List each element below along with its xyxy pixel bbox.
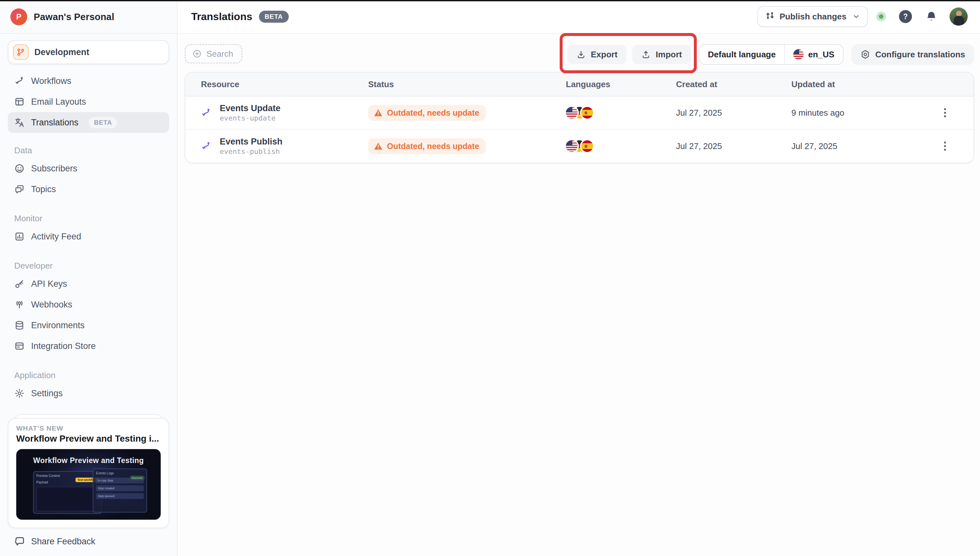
sidebar-item-label: Translations [31,118,78,128]
column-header-resource: Resource [201,79,368,89]
hexagon-gear-icon [860,50,870,59]
window-top-edge [0,0,980,1]
preview-right-panel: Events Logs Success In-App Step Step cre… [93,469,147,512]
sidebar-item-label: Environments [31,320,84,330]
updated-at-value: 9 minutes ago [791,108,937,118]
git-branch-icon [13,44,29,60]
sidebar-item-subscribers[interactable]: Subscribers [8,158,169,179]
table-row[interactable]: Events Update events-update Outdated, ne… [185,97,974,129]
workspace-switcher[interactable]: P Pawan's Personal [0,0,177,34]
whats-new-title: Workflow Preview and Testing i... [16,433,161,444]
sidebar-item-label: Settings [31,388,63,399]
column-header-languages: Languages [566,79,676,89]
workflow-icon [201,141,211,151]
sidebar-item-label: Webhooks [31,300,72,310]
warning-triangle-icon [374,142,382,150]
sidebar-item-label: Topics [31,184,56,194]
environment-selector[interactable]: Development [8,40,169,64]
share-feedback-button[interactable]: Share Feedback [0,528,177,556]
sidebar-item-label: Email Layouts [31,97,86,107]
beta-badge: BETA [89,117,117,128]
database-icon [14,320,24,330]
configure-translations-label: Configure translations [875,50,965,60]
table-row[interactable]: Events Publish events-publish Outdated, … [185,129,974,163]
help-icon[interactable]: ? [899,10,912,23]
whats-new-eyebrow: WHAT'S NEW [16,425,161,432]
user-avatar[interactable] [949,8,968,26]
language-value: en_US [808,50,834,60]
chevron-down-icon [852,13,860,20]
environment-status-dot [876,12,886,21]
whats-new-deck: WHAT'S NEW Workflow Preview and Testing … [8,418,169,528]
resource-name: Events Update [220,103,281,114]
toolbar: Search Export [178,34,980,65]
sidebar-item-label: Activity Feed [31,232,81,242]
default-language-group: Default language en_US [699,44,843,65]
language-select[interactable]: en_US [785,45,843,64]
sidebar-item-webhooks[interactable]: Webhooks [8,294,169,315]
workflow-icon [14,76,24,86]
workflow-icon [201,108,211,118]
resource-slug: events-update [220,114,281,123]
section-title-data: Data [14,144,163,157]
languages-flag-stack [566,140,676,152]
column-header-created-at: Created at [676,79,791,89]
section-title-monitor: Monitor [14,212,163,225]
activity-chart-icon [14,231,24,242]
search-label: Search [207,49,233,59]
sidebar-item-translations[interactable]: Translations BETA [8,112,169,133]
sidebar-item-topics[interactable]: Topics [8,179,169,200]
sidebar-item-integration-store[interactable]: Integration Store [8,336,169,356]
publish-changes-button[interactable]: Publish changes [757,6,868,27]
search-button[interactable]: Search [185,44,243,63]
preview-left-panel: Preview Context Test workflow Payload [33,471,102,514]
plus-circle-icon [192,49,202,59]
sidebar-item-label: Integration Store [31,341,96,351]
import-button[interactable]: Import [632,45,691,64]
sidebar-item-activity-feed[interactable]: Activity Feed [8,226,169,247]
import-label: Import [656,50,682,60]
sidebar-nav: Workflows Email Layouts [8,71,169,404]
sidebar-item-label: API Keys [31,279,67,289]
export-button[interactable]: Export [568,45,626,64]
export-label: Export [591,50,617,60]
beta-badge: BETA [259,11,289,23]
warning-triangle-icon [374,109,382,116]
preview-right-panel-title: Events Logs [93,469,147,476]
sidebar-item-workflows[interactable]: Workflows [8,71,169,91]
table-header-row: Resource Status Languages Created at Upd… [185,73,974,97]
row-actions-kebab-icon[interactable] [937,105,953,121]
publish-swap-icon [765,11,775,23]
layout-icon [14,97,24,107]
page-title: Translations [191,11,252,23]
created-at-value: Jul 27, 2025 [676,141,791,151]
flag-es-icon [581,107,593,119]
created-at-value: Jul 27, 2025 [676,108,791,118]
column-header-updated-at: Updated at [791,79,937,89]
key-icon [14,279,24,289]
preview-image-title: Workflow Preview and Testing [16,456,161,465]
languages-flag-stack [566,107,676,119]
sidebar-item-label: Subscribers [31,163,78,174]
preview-code-block [36,486,99,511]
topics-bubbles-icon [14,184,24,194]
preview-left-panel-title: Preview Context [34,472,101,478]
workspace-name: Pawan's Personal [34,12,115,23]
download-icon [577,50,585,59]
status-text: Outdated, needs update [387,108,479,118]
sidebar-item-email-layouts[interactable]: Email Layouts [8,91,169,112]
sidebar-item-settings[interactable]: Settings [8,383,169,404]
default-language-label: Default language [699,45,784,64]
whats-new-card[interactable]: WHAT'S NEW Workflow Preview and Testing … [8,418,169,528]
section-title-developer: Developer [14,259,163,272]
chat-bubble-icon [14,536,25,547]
whats-new-preview-image: Workflow Preview and Testing Preview Con… [16,449,161,520]
preview-log-row: Step created [96,485,144,491]
environment-name: Development [34,47,89,57]
integration-card-icon [14,341,24,351]
notifications-bell-icon[interactable] [925,11,937,23]
row-actions-kebab-icon[interactable] [937,138,953,154]
configure-translations-button[interactable]: Configure translations [851,44,974,65]
sidebar-item-api-keys[interactable]: API Keys [8,273,169,294]
sidebar-item-environments[interactable]: Environments [8,315,169,336]
